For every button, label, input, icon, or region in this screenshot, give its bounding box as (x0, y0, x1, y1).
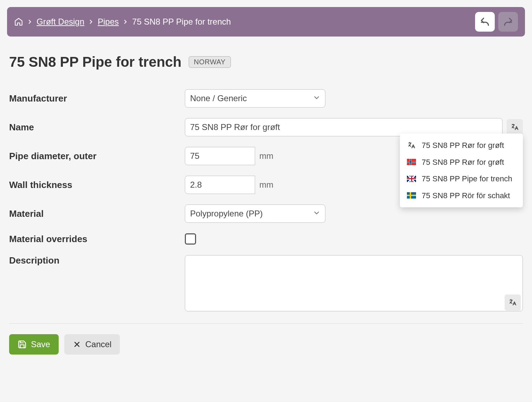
material-overrides-checkbox[interactable] (185, 233, 196, 245)
breadcrumb-current: 75 SN8 PP Pipe for trench (132, 17, 231, 27)
translation-text: 75 SN8 PP Pipe for trench (422, 174, 512, 184)
label-wall-thickness: Wall thickness (9, 180, 185, 190)
diameter-input[interactable] (185, 147, 255, 165)
translation-item-gb[interactable]: 75 SN8 PP Pipe for trench (400, 170, 523, 187)
translation-text: 75 SN8 PP Rør for grøft (422, 157, 504, 167)
redo-icon (503, 17, 513, 27)
chevron-right-icon (27, 19, 33, 25)
label-description: Description (9, 255, 185, 266)
diameter-unit: mm (258, 147, 273, 165)
page-title: 75 SN8 PP Pipe for trench (9, 54, 182, 70)
chevron-right-icon (88, 19, 94, 25)
material-select[interactable] (185, 205, 325, 223)
translation-text: 75 SN8 PP Rör för schakt (422, 191, 510, 201)
translation-text: 75 SN8 PP Rør for grøft (422, 141, 504, 150)
cancel-button-label: Cancel (85, 339, 112, 349)
label-name: Name (9, 122, 185, 133)
translation-item-generic[interactable]: 75 SN8 PP Rør for grøft (400, 137, 523, 154)
breadcrumb-link-groft-design[interactable]: Grøft Design (37, 17, 84, 27)
save-button-label: Save (31, 339, 50, 349)
translation-item-se[interactable]: 75 SN8 PP Rör för schakt (400, 187, 523, 204)
translate-description-button[interactable] (505, 294, 521, 311)
breadcrumb-link-pipes[interactable]: Pipes (98, 17, 119, 27)
flag-sweden-icon (406, 192, 417, 199)
row-manufacturer: Manufacturer (9, 89, 523, 108)
home-icon[interactable] (14, 17, 23, 26)
cancel-button[interactable]: Cancel (64, 334, 120, 355)
row-material-overrides: Material overrides (9, 233, 523, 245)
label-material: Material (9, 208, 185, 219)
translate-name-button[interactable] (507, 119, 523, 135)
page-header: 75 SN8 PP Pipe for trench NORWAY (7, 54, 525, 70)
label-diameter: Pipe diameter, outer (9, 151, 185, 162)
breadcrumb-actions (475, 12, 518, 32)
breadcrumb: Grøft Design Pipes 75 SN8 PP Pipe for tr… (14, 17, 231, 27)
undo-icon (480, 17, 490, 27)
description-textarea[interactable] (185, 255, 523, 311)
translate-icon (406, 141, 417, 150)
translation-item-no[interactable]: 75 SN8 PP Rør for grøft (400, 154, 523, 171)
redo-button[interactable] (498, 12, 518, 32)
manufacturer-select-value[interactable] (185, 89, 325, 108)
form-actions: Save Cancel (7, 334, 525, 355)
label-manufacturer: Manufacturer (9, 93, 185, 104)
manufacturer-select[interactable] (185, 89, 325, 108)
translate-icon (508, 298, 517, 307)
pipe-form: Manufacturer Name 75 SN8 PP Rø (7, 89, 525, 324)
flag-norway-icon (406, 159, 417, 165)
translate-icon (511, 123, 519, 131)
row-description: Description (9, 255, 523, 313)
save-icon (18, 340, 27, 349)
undo-button[interactable] (475, 12, 495, 32)
translations-dropdown: 75 SN8 PP Rør for grøft 75 SN8 PP Rør fo… (400, 134, 523, 207)
wall-thickness-input[interactable] (185, 176, 255, 194)
row-name: Name 75 SN8 PP Rør for grøft 75 SN8 PP R… (9, 118, 523, 136)
material-select-value[interactable] (185, 205, 325, 223)
label-material-overrides: Material overrides (9, 234, 185, 245)
divider (9, 323, 523, 324)
flag-uk-icon (406, 176, 417, 182)
close-icon (73, 340, 81, 349)
save-button[interactable]: Save (9, 334, 59, 355)
chevron-right-icon (122, 19, 129, 25)
country-badge: NORWAY (189, 56, 231, 68)
breadcrumb-bar: Grøft Design Pipes 75 SN8 PP Pipe for tr… (7, 7, 525, 37)
wall-thickness-unit: mm (258, 176, 273, 194)
